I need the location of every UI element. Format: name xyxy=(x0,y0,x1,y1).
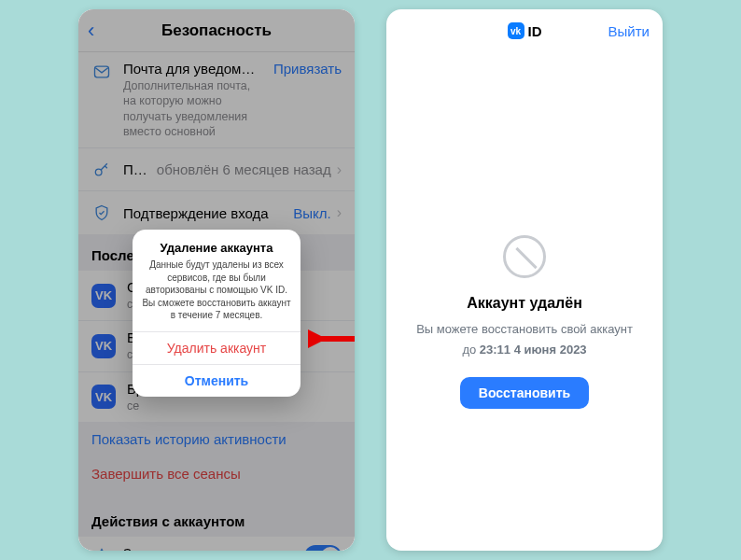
deleted-until: до 23:11 4 июня 2023 xyxy=(462,342,586,358)
brand-id: ID xyxy=(528,23,542,39)
deleted-message: Аккаунт удалён Вы можете восстановить св… xyxy=(386,235,663,409)
vk-id-logo: vk ID xyxy=(508,22,542,39)
delete-account-dialog: Удаление аккаунта Данные будут удалены и… xyxy=(133,230,301,397)
dialog-title: Удаление аккаунта xyxy=(133,230,301,259)
ban-icon xyxy=(503,235,546,278)
deleted-title: Аккаунт удалён xyxy=(467,295,582,312)
account-deleted-screen: vk ID Выйти Аккаунт удалён Вы можете вос… xyxy=(386,9,663,551)
restore-button[interactable]: Восстановить xyxy=(460,377,589,409)
dialog-body: Данные будут удалены из всех сервисов, г… xyxy=(133,259,301,331)
security-screen: ‹ Безопасность Почта для уведомлений Доп… xyxy=(78,9,355,551)
vk-square-icon: vk xyxy=(508,22,524,39)
dialog-delete-button[interactable]: Удалить аккаунт xyxy=(133,331,301,364)
dialog-cancel-button[interactable]: Отменить xyxy=(133,364,301,397)
header: vk ID Выйти xyxy=(386,9,663,52)
logout-button[interactable]: Выйти xyxy=(608,23,650,39)
deleted-line1: Вы можете восстановить свой аккаунт xyxy=(416,321,633,338)
